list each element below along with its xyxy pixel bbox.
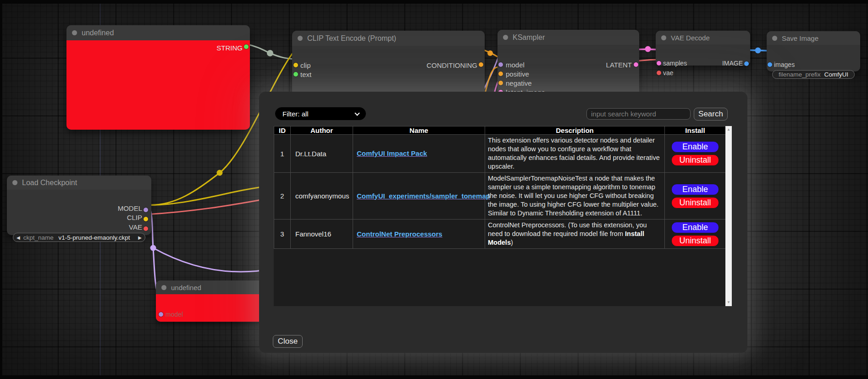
enable-button[interactable]: Enable	[671, 184, 719, 195]
collapse-dot-icon[interactable]	[72, 30, 77, 35]
search-button[interactable]: Search	[694, 108, 728, 121]
input-label: model	[506, 61, 525, 69]
node-title-bar[interactable]: KSampler	[498, 30, 639, 45]
extension-link[interactable]: ControlNet Preprocessors	[357, 230, 442, 238]
search-input[interactable]	[586, 108, 691, 120]
node-title: CLIP Text Encode (Prompt)	[307, 34, 396, 43]
node-title: undefined	[171, 284, 201, 291]
reroute-dot-image[interactable]	[755, 48, 761, 54]
input-samples-slot[interactable]	[657, 61, 661, 66]
output-conditioning-slot[interactable]	[479, 62, 483, 67]
node-title-bar[interactable]: Save Image	[767, 31, 860, 45]
ckpt-name-widget[interactable]: ◀ ckpt_name v1-5-pruned-emaonly.ckpt ▶	[13, 233, 145, 242]
header-author: Author	[291, 126, 353, 135]
close-button[interactable]: Close	[273, 335, 303, 348]
input-label: text	[300, 71, 311, 78]
uninstall-button[interactable]: Uninstall	[671, 154, 719, 166]
cell-description: ModelSamplerTonemapNoiseTest a node that…	[485, 173, 665, 220]
output-string-slot[interactable]	[244, 44, 249, 49]
input-label: vae	[663, 69, 674, 77]
filename-prefix-widget[interactable]: filename_prefix ComfyUI	[772, 70, 855, 79]
table-row: 2 comfyanonymous ComfyUI_experiments/sam…	[274, 173, 726, 220]
reroute-dot-clip[interactable]	[217, 170, 223, 176]
input-images-slot[interactable]	[768, 62, 772, 67]
collapse-dot-icon[interactable]	[161, 285, 166, 290]
cell-description: ControlNet Preprocessors. (To use this e…	[485, 220, 665, 249]
output-clip-slot[interactable]	[144, 217, 148, 221]
window-edge	[0, 0, 868, 4]
scroll-down-icon[interactable]: ▼	[725, 300, 732, 305]
extension-list: ID Author Name Description Install 1 Dr.…	[274, 126, 732, 306]
reroute-dot-latent[interactable]	[645, 46, 651, 52]
widget-value: v1-5-pruned-emaonly.ckpt	[54, 234, 135, 241]
input-model-slot[interactable]	[498, 62, 503, 67]
input-text-slot[interactable]	[293, 72, 298, 77]
node-body-error: STRING	[66, 40, 250, 130]
node-title-bar[interactable]: undefined	[156, 280, 271, 294]
reroute-dot-string[interactable]	[267, 50, 273, 56]
input-label: model	[166, 311, 183, 318]
input-label: clip	[300, 61, 311, 69]
output-label: VAE	[129, 223, 142, 231]
output-label: CONDITIONING	[426, 61, 477, 69]
extension-link[interactable]: ComfyUI_experiments/sampler_tonemap	[357, 192, 490, 200]
uninstall-button[interactable]: Uninstall	[671, 197, 719, 209]
filter-select[interactable]: Filter: all	[275, 107, 366, 120]
node-title-bar[interactable]: VAE Decode	[656, 31, 750, 44]
node-title-bar[interactable]: undefined	[66, 25, 250, 40]
reroute-dot-cond[interactable]	[487, 50, 493, 56]
extension-link[interactable]: ComfyUI Impact Pack	[357, 149, 427, 157]
cell-install: Enable Uninstall	[665, 135, 726, 173]
node-title-bar[interactable]: Load Checkpoint	[7, 176, 151, 190]
increment-arrow-icon[interactable]: ▶	[135, 235, 145, 240]
collapse-dot-icon[interactable]	[12, 180, 17, 185]
header-install: Install	[665, 126, 726, 135]
cell-id: 3	[274, 220, 291, 249]
widget-value: ComfyUI	[824, 71, 848, 78]
node-ksampler[interactable]: KSampler model positive negative latent_…	[498, 30, 639, 99]
output-label: CLIP	[127, 214, 142, 221]
input-positive-slot[interactable]	[498, 71, 503, 76]
collapse-dot-icon[interactable]	[503, 35, 508, 40]
enable-button[interactable]: Enable	[671, 141, 719, 153]
node-undefined-top[interactable]: undefined STRING	[66, 25, 250, 130]
output-model-slot[interactable]	[144, 208, 148, 212]
output-vae-slot[interactable]	[144, 226, 148, 231]
output-latent-slot[interactable]	[634, 62, 638, 67]
uninstall-button[interactable]: Uninstall	[671, 235, 719, 247]
collapse-dot-icon[interactable]	[298, 36, 303, 41]
node-title: KSampler	[513, 33, 545, 42]
table-header-row: ID Author Name Description Install	[274, 126, 726, 135]
output-label: STRING	[216, 44, 243, 52]
input-label: images	[774, 61, 795, 68]
output-label: LATENT	[606, 61, 632, 69]
input-vae-slot[interactable]	[657, 71, 661, 75]
decrement-arrow-icon[interactable]: ◀	[13, 235, 23, 240]
wire-clip-b	[146, 186, 271, 205]
collapse-dot-icon[interactable]	[661, 35, 666, 40]
node-save-image[interactable]: Save Image images filename_prefix ComfyU…	[767, 31, 860, 71]
header-name: Name	[353, 126, 485, 135]
scrollbar[interactable]: ▲ ▼	[725, 126, 732, 306]
input-label: negative	[506, 79, 532, 87]
node-load-checkpoint[interactable]: Load Checkpoint MODEL CLIP VAE ◀ ckpt_na…	[7, 176, 151, 235]
header-description: Description	[485, 126, 665, 135]
collapse-dot-icon[interactable]	[772, 36, 777, 41]
node-undefined-bottom[interactable]: undefined model	[156, 280, 271, 322]
node-title-bar[interactable]: CLIP Text Encode (Prompt)	[292, 31, 485, 46]
cell-install: Enable Uninstall	[665, 220, 726, 249]
cell-author: comfyanonymous	[291, 173, 353, 220]
scroll-up-icon[interactable]: ▲	[725, 127, 732, 132]
cell-author: Fannovel16	[291, 220, 353, 249]
input-negative-slot[interactable]	[498, 81, 503, 85]
enable-button[interactable]: Enable	[671, 222, 719, 233]
output-image-slot[interactable]	[744, 61, 749, 66]
node-title: Save Image	[782, 34, 818, 42]
input-model-slot[interactable]	[159, 312, 163, 317]
manager-dialog: Filter: all Search ID Author Name Descri…	[259, 92, 747, 353]
input-label: positive	[506, 70, 529, 78]
input-clip-slot[interactable]	[293, 63, 298, 67]
output-label: IMAGE	[722, 60, 743, 67]
node-vae-decode[interactable]: VAE Decode samples vae IMAGE	[656, 31, 750, 66]
widget-label: ckpt_name	[23, 234, 54, 241]
